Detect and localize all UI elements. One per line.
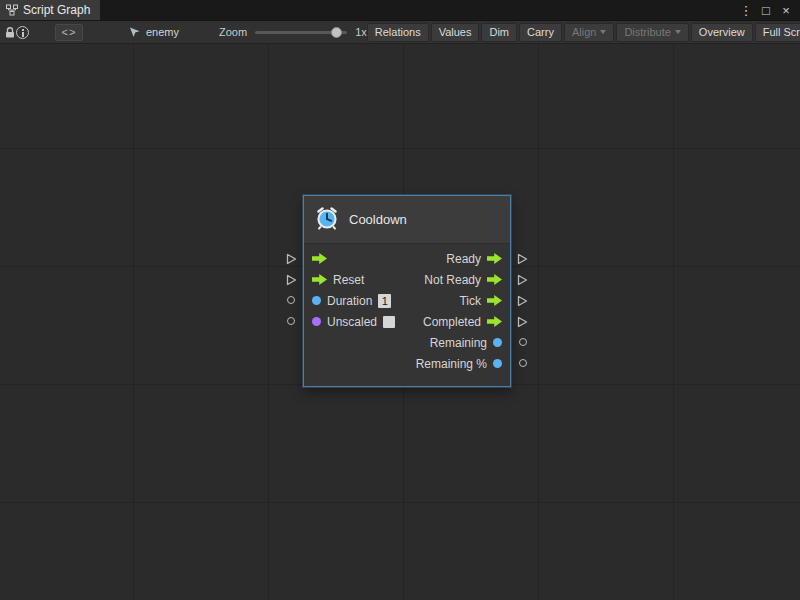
zoom-slider-handle[interactable] <box>331 27 342 38</box>
graph-breadcrumb[interactable]: enemy <box>129 26 179 38</box>
port-label: Completed <box>423 315 481 329</box>
node-body: Ready Reset Not Ready <box>304 244 510 386</box>
port-label: Remaining <box>430 336 487 350</box>
window-controls: ⋮ □ × <box>738 0 800 20</box>
flow-arrow-icon <box>487 253 502 264</box>
zoom-label: Zoom <box>219 26 247 38</box>
external-value-input-port[interactable] <box>287 317 295 325</box>
graph-name: enemy <box>146 26 179 38</box>
maximize-button[interactable]: □ <box>758 3 774 18</box>
external-value-input-port[interactable] <box>287 296 295 304</box>
port-ready[interactable]: Ready <box>446 252 502 266</box>
port-label: Unscaled <box>327 315 377 329</box>
port-label: Duration <box>327 294 372 308</box>
carry-button[interactable]: Carry <box>519 23 562 42</box>
info-icon <box>16 26 29 39</box>
distribute-dropdown[interactable]: Distribute <box>616 23 688 42</box>
value-port-icon <box>493 359 502 368</box>
external-value-output-port[interactable] <box>519 359 527 367</box>
external-value-output-port[interactable] <box>519 338 527 346</box>
port-row: Ready <box>304 248 510 269</box>
graph-icon <box>6 4 18 16</box>
port-remaining-percent[interactable]: Remaining % <box>416 357 502 371</box>
external-flow-output-port[interactable] <box>517 316 528 328</box>
port-invoke-input[interactable] <box>312 253 327 264</box>
external-flow-output-port[interactable] <box>517 274 528 286</box>
tab-title: Script Graph <box>23 3 90 17</box>
node-cooldown[interactable]: Cooldown Ready Reset <box>303 195 511 387</box>
port-label: Remaining % <box>416 357 487 371</box>
unscaled-checkbox[interactable] <box>383 316 395 328</box>
external-flow-output-port[interactable] <box>517 295 528 307</box>
graph-toolbar: <> enemy Zoom 1x Relations Values Dim Ca… <box>0 21 800 44</box>
distribute-label: Distribute <box>624 26 670 38</box>
toolbar-buttons: Relations Values Dim Carry Align Distrib… <box>367 23 800 42</box>
port-label: Not Ready <box>424 273 481 287</box>
tab-script-graph[interactable]: Script Graph <box>0 0 100 20</box>
lock-button[interactable] <box>4 23 16 42</box>
align-dropdown[interactable]: Align <box>564 23 614 42</box>
values-button[interactable]: Values <box>431 23 480 42</box>
node-header[interactable]: Cooldown <box>304 196 510 244</box>
script-graph-window: Script Graph ⋮ □ × <> enemy Zoom 1x Rela… <box>0 0 800 600</box>
flow-arrow-icon <box>312 253 327 264</box>
titlebar: Script Graph ⋮ □ × <box>0 0 800 21</box>
port-not-ready[interactable]: Not Ready <box>424 273 502 287</box>
port-label: Reset <box>333 273 364 287</box>
alarm-clock-icon <box>314 205 340 235</box>
port-row: Unscaled Completed <box>304 311 510 332</box>
port-row: Remaining % <box>304 353 510 374</box>
port-label: Ready <box>446 252 481 266</box>
value-port-icon <box>312 317 321 326</box>
port-remaining[interactable]: Remaining <box>430 336 502 350</box>
graph-canvas[interactable]: Cooldown Ready Reset <box>0 44 800 600</box>
zoom-value: 1x <box>355 26 367 38</box>
flow-arrow-icon <box>487 295 502 306</box>
relations-button[interactable]: Relations <box>367 23 429 42</box>
external-flow-output-port[interactable] <box>517 253 528 265</box>
code-toggle-button[interactable]: <> <box>55 24 83 41</box>
chevron-down-icon <box>600 30 606 34</box>
zoom-control: Zoom 1x <box>219 26 367 38</box>
dim-button[interactable]: Dim <box>481 23 517 42</box>
external-flow-input-port[interactable] <box>286 274 297 286</box>
flow-arrow-icon <box>487 274 502 285</box>
external-flow-input-port[interactable] <box>286 253 297 265</box>
port-reset[interactable]: Reset <box>312 273 364 287</box>
window-menu-button[interactable]: ⋮ <box>738 3 754 18</box>
port-row: Remaining <box>304 332 510 353</box>
port-tick[interactable]: Tick <box>459 294 502 308</box>
port-label: Tick <box>459 294 481 308</box>
value-port-icon <box>312 296 321 305</box>
zoom-slider[interactable] <box>255 31 347 34</box>
overview-button[interactable]: Overview <box>691 23 753 42</box>
close-button[interactable]: × <box>778 3 794 18</box>
node-title: Cooldown <box>349 212 407 227</box>
value-port-icon <box>493 338 502 347</box>
duration-field[interactable]: 1 <box>378 294 391 308</box>
flow-arrow-icon <box>312 274 327 285</box>
align-label: Align <box>572 26 596 38</box>
port-completed[interactable]: Completed <box>423 315 502 329</box>
port-row: Duration 1 Tick <box>304 290 510 311</box>
port-duration[interactable]: Duration 1 <box>312 294 391 308</box>
script-graph-asset-icon <box>129 26 141 38</box>
flow-arrow-icon <box>487 316 502 327</box>
full-screen-button[interactable]: Full Screen <box>755 23 800 42</box>
port-unscaled[interactable]: Unscaled <box>312 315 395 329</box>
info-button[interactable] <box>16 23 29 42</box>
port-row: Reset Not Ready <box>304 269 510 290</box>
chevron-down-icon <box>675 30 681 34</box>
